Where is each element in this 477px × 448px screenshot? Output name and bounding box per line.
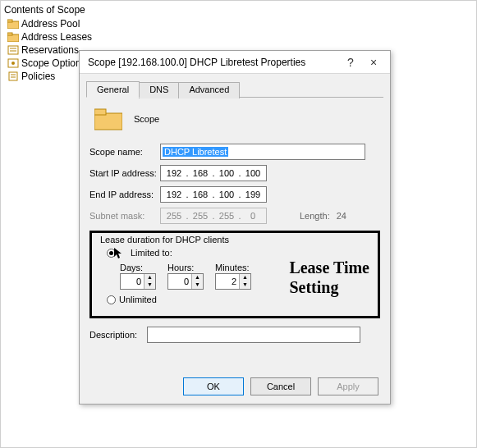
lease-time-callout: Lease Time Setting xyxy=(289,258,369,297)
folder-icon xyxy=(94,107,122,130)
spinner-up-icon[interactable]: ▲ xyxy=(192,274,203,281)
svg-rect-9 xyxy=(9,72,17,80)
minutes-spinner[interactable]: 2 ▲▼ xyxy=(215,273,251,290)
tree-item-address-leases[interactable]: Address Leases xyxy=(4,30,168,43)
radio-limited-label: Limited to: xyxy=(131,248,172,258)
hours-label: Hours: xyxy=(167,263,204,272)
policies-icon xyxy=(7,71,19,81)
folder-icon xyxy=(7,32,19,42)
lease-group-title: Lease duration for DHCP clients xyxy=(99,235,371,245)
svg-marker-14 xyxy=(114,248,122,258)
end-ip-label: End IP address: xyxy=(89,190,160,199)
radio-unlimited-label: Unlimited xyxy=(119,295,157,304)
tree-item-label: Reservations xyxy=(21,44,79,56)
days-label: Days: xyxy=(120,263,156,272)
radio-icon xyxy=(107,295,116,304)
cursor-icon xyxy=(114,248,122,261)
general-pane: Scope Scope name: DHCP Libretest // rend… xyxy=(89,104,380,343)
svg-rect-12 xyxy=(94,113,122,130)
spinner-up-icon[interactable]: ▲ xyxy=(240,274,250,281)
tree-item-label: Scope Options xyxy=(21,57,86,69)
titlebar: Scope [192.168.100.0] DHCP Libretest Pro… xyxy=(80,51,390,74)
tree-header: Contents of Scope xyxy=(4,2,168,17)
subnet-mask-label: Subnet mask: xyxy=(89,211,160,221)
start-ip-label: Start IP address: xyxy=(89,168,160,178)
tab-dns[interactable]: DNS xyxy=(139,82,179,98)
start-ip-input[interactable]: 192. 168. 100. 100 xyxy=(160,165,267,181)
svg-point-8 xyxy=(11,62,15,65)
length-label: Length: xyxy=(300,211,330,221)
spinner-down-icon[interactable]: ▼ xyxy=(192,281,203,289)
tree-item-label: Address Pool xyxy=(21,18,80,30)
subnet-mask-input: 255. 255. 255. 0 xyxy=(160,208,267,224)
lease-duration-group: Lease duration for DHCP clients Limited … xyxy=(89,231,380,318)
header-label: Scope xyxy=(134,114,159,124)
tab-advanced[interactable]: Advanced xyxy=(178,82,240,98)
days-spinner[interactable]: 0 ▲▼ xyxy=(120,273,156,290)
apply-button: Apply xyxy=(318,377,378,395)
tabstrip: General DNS Advanced xyxy=(86,80,383,98)
tree-item-label: Address Leases xyxy=(21,31,92,43)
hours-spinner[interactable]: 0 ▲▼ xyxy=(167,273,204,290)
folder-icon xyxy=(7,19,19,29)
options-icon xyxy=(7,58,19,68)
svg-rect-4 xyxy=(8,46,18,54)
description-input[interactable] xyxy=(147,327,360,343)
scope-properties-dialog: Scope [192.168.100.0] DHCP Libretest Pro… xyxy=(79,50,391,405)
end-ip-input[interactable]: 192. 168. 100. 199 xyxy=(160,186,267,203)
svg-rect-3 xyxy=(7,33,12,35)
dialog-buttons: OK Cancel Apply xyxy=(183,377,378,395)
scope-name-label: Scope name: xyxy=(89,147,160,157)
tab-general[interactable]: General xyxy=(86,81,140,98)
ok-button[interactable]: OK xyxy=(183,377,244,395)
tree-item-label: Policies xyxy=(21,71,55,82)
svg-rect-1 xyxy=(7,20,12,22)
spinner-down-icon[interactable]: ▼ xyxy=(144,281,155,289)
tree-item-address-pool[interactable]: Address Pool xyxy=(4,17,168,30)
help-button[interactable]: ? xyxy=(339,53,362,71)
reservations-icon xyxy=(7,45,19,55)
minutes-label: Minutes: xyxy=(215,263,251,272)
spinner-up-icon[interactable]: ▲ xyxy=(144,274,155,281)
length-value: 24 xyxy=(337,211,346,221)
cancel-button[interactable]: Cancel xyxy=(250,377,311,395)
dialog-title: Scope [192.168.100.0] DHCP Libretest Pro… xyxy=(88,57,339,68)
description-label: Description: xyxy=(89,330,147,340)
scope-name-input[interactable]: DHCP Libretest xyxy=(160,144,365,160)
svg-rect-13 xyxy=(94,109,106,115)
close-button[interactable]: × xyxy=(362,53,385,71)
spinner-down-icon[interactable]: ▼ xyxy=(240,281,250,289)
